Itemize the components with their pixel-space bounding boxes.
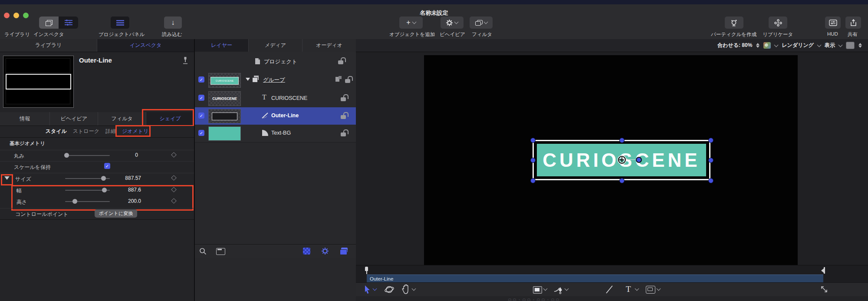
height-slider[interactable]: [65, 201, 110, 202]
color-channel-swatch-icon[interactable]: [763, 42, 771, 49]
layer-row-curioscene[interactable]: ✓ CURIOSCENE T CURIOSCENE: [195, 89, 356, 108]
rectangle-tool-icon[interactable]: [646, 286, 655, 294]
share-button[interactable]: [845, 17, 861, 29]
timeline-bar-outer-line[interactable]: Outer-Line: [367, 275, 823, 282]
tab-inspector[interactable]: インスペクタ: [97, 39, 194, 52]
library-button[interactable]: [39, 17, 59, 29]
layer-checkbox[interactable]: ✓: [198, 76, 204, 83]
chevron-down-icon[interactable]: [817, 43, 822, 47]
transparency-toggle-icon[interactable]: [303, 248, 310, 255]
search-icon[interactable]: [199, 248, 207, 255]
height-value[interactable]: 200.0: [104, 198, 141, 204]
width-value[interactable]: 887.6: [104, 187, 141, 193]
close-window-icon[interactable]: [4, 13, 10, 18]
chevron-down-icon[interactable]: [373, 287, 377, 291]
roundness-keyframe-icon[interactable]: [171, 152, 177, 158]
selection-handle[interactable]: [708, 178, 713, 183]
tab-media[interactable]: メディア: [249, 39, 302, 52]
size-disclosure-triangle[interactable]: [4, 176, 10, 180]
selection-handle[interactable]: [619, 178, 625, 183]
chevron-down-icon[interactable]: [657, 287, 661, 291]
preserve-scale-checkbox[interactable]: ✓: [104, 163, 110, 169]
layer-row-project[interactable]: プロジェクト: [195, 52, 356, 71]
chevron-down-icon[interactable]: [543, 287, 548, 291]
tab-filters[interactable]: フィルタ: [98, 112, 146, 126]
size-value[interactable]: 887.57: [104, 175, 141, 181]
tab-layers[interactable]: レイヤー: [195, 39, 249, 52]
selection-handle[interactable]: [530, 158, 536, 163]
chevron-down-icon[interactable]: [635, 287, 639, 291]
subtab-advanced[interactable]: 詳細: [105, 128, 116, 135]
selection-handle[interactable]: [530, 138, 536, 143]
chevron-down-icon[interactable]: [565, 287, 569, 291]
selection-handle[interactable]: [530, 178, 536, 183]
layout-stepper-icon[interactable]: [858, 43, 862, 48]
layer-row-text-bg[interactable]: ✓ Text-BG: [195, 125, 356, 142]
mini-timeline-ruler[interactable]: [356, 265, 868, 275]
unlock-icon[interactable]: [341, 129, 349, 137]
zoom-window-icon[interactable]: [23, 13, 29, 18]
anchor-point-icon[interactable]: [618, 156, 626, 164]
size-slider[interactable]: [65, 178, 110, 179]
filmstrip-view-icon[interactable]: [216, 248, 225, 255]
chevron-down-icon[interactable]: [838, 43, 843, 47]
unlock-icon[interactable]: [341, 112, 349, 119]
chevron-down-icon[interactable]: [774, 43, 779, 47]
tab-info[interactable]: 情報: [0, 112, 50, 126]
stage[interactable]: CURIOSCENE: [424, 55, 798, 265]
inspector-button[interactable]: [59, 17, 78, 29]
add-object-button[interactable]: +: [399, 17, 423, 29]
rendering-menu[interactable]: レンダリング: [782, 42, 814, 49]
hud-button[interactable]: [825, 17, 841, 29]
selection-handle[interactable]: [708, 138, 713, 143]
view-menu[interactable]: 表示: [825, 42, 835, 49]
text-tool-icon[interactable]: T: [626, 284, 631, 294]
width-keyframe-icon[interactable]: [171, 187, 177, 192]
tab-behaviors[interactable]: ビヘイビア: [50, 112, 98, 126]
behaviors-button[interactable]: [441, 17, 464, 29]
tab-audio[interactable]: オーディオ: [302, 39, 356, 52]
tab-library[interactable]: ライブラリ: [0, 39, 97, 52]
line-tool-icon[interactable]: [605, 285, 613, 294]
gear-outline-icon[interactable]: [322, 248, 329, 255]
zoom-level-control[interactable]: 合わせる: 80%: [717, 42, 752, 49]
resize-panel-icon[interactable]: [820, 285, 828, 293]
height-keyframe-icon[interactable]: [171, 198, 177, 204]
layer-checkbox[interactable]: ✓: [198, 95, 204, 101]
tab-shape[interactable]: シェイプ: [146, 112, 194, 126]
subtab-style[interactable]: スタイル: [46, 128, 67, 135]
rotation-handle[interactable]: [636, 157, 642, 163]
roundness-slider[interactable]: [64, 155, 110, 156]
playhead-icon[interactable]: [365, 267, 368, 274]
layer-row-outer-line[interactable]: ✓ Outer-Line: [195, 107, 356, 125]
subtab-geometry[interactable]: ジオメトリ: [122, 128, 148, 135]
group-disclosure-triangle[interactable]: [246, 78, 250, 81]
select-tool-icon[interactable]: [365, 285, 371, 294]
layer-checkbox[interactable]: ✓: [198, 130, 204, 136]
chevron-down-icon[interactable]: [412, 287, 416, 291]
convert-to-points-button[interactable]: ポイントに変換: [95, 209, 137, 218]
end-marker-icon[interactable]: [821, 267, 825, 274]
window-layout-icon[interactable]: [846, 42, 855, 49]
size-keyframe-icon[interactable]: [171, 175, 177, 181]
selection-handle[interactable]: [708, 158, 713, 163]
zoom-stepper-icon[interactable]: [756, 43, 760, 48]
pin-icon[interactable]: [182, 56, 188, 65]
filters-button[interactable]: [470, 17, 493, 29]
selection-handle[interactable]: [619, 138, 625, 143]
make-particles-button[interactable]: [725, 17, 743, 29]
hand-tool-icon[interactable]: [402, 284, 410, 294]
layer-row-group[interactable]: ✓ CURIOSCENE グループ: [195, 71, 356, 89]
width-slider[interactable]: [65, 190, 110, 191]
layers-view-icon[interactable]: [340, 248, 349, 255]
bezier-pen-tool-icon[interactable]: [554, 284, 563, 294]
import-button[interactable]: ↓: [164, 17, 182, 29]
project-panel-button[interactable]: [111, 17, 129, 29]
subtab-stroke[interactable]: ストローク: [73, 128, 99, 135]
unlock-icon[interactable]: [345, 76, 353, 83]
roundness-value[interactable]: 0: [104, 152, 138, 158]
layer-checkbox[interactable]: ✓: [198, 112, 204, 119]
replicator-button[interactable]: [769, 17, 787, 29]
unlock-icon[interactable]: [338, 57, 346, 65]
isolate-icon[interactable]: [335, 76, 342, 83]
